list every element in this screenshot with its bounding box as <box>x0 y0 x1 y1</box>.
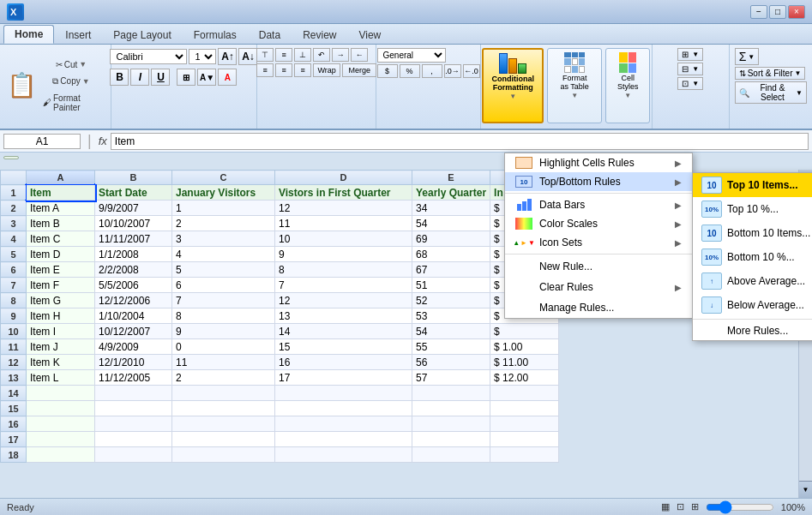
cell-r12-c5[interactable]: $ 11.00 <box>490 355 559 370</box>
cell-r15-c3[interactable] <box>275 401 412 416</box>
menu-item-iconsets[interactable]: ▲►▼ Icon Sets ▶ <box>505 233 692 252</box>
align-middle-button[interactable]: ≡ <box>275 48 292 62</box>
cell-r1-c4[interactable]: Yearly Quarter <box>412 185 490 201</box>
menu-item-newrule[interactable]: New Rule... <box>505 256 692 277</box>
cell-r10-c4[interactable]: 54 <box>412 324 490 339</box>
submenu-bottom10pct[interactable]: 10% Bottom 10 %... <box>693 245 812 269</box>
col-header-a[interactable]: A <box>27 171 95 185</box>
cell-r16-c1[interactable] <box>95 416 172 432</box>
cell-r7-c0[interactable]: Item F <box>27 278 95 293</box>
cell-r17-c2[interactable] <box>172 432 275 447</box>
cell-r6-c0[interactable]: Item E <box>27 262 95 278</box>
indent-increase-button[interactable]: → <box>332 48 349 62</box>
format-as-table-button[interactable]: Formatas Table ▼ <box>547 48 602 123</box>
tab-review[interactable]: Review <box>292 26 347 44</box>
cell-r2-c3[interactable]: 12 <box>275 201 412 216</box>
align-right-button[interactable]: ≡ <box>294 63 311 77</box>
cell-r9-c3[interactable]: 13 <box>275 308 412 324</box>
cell-r10-c0[interactable]: Item I <box>27 324 95 339</box>
maximize-button[interactable]: □ <box>769 5 786 19</box>
cell-r16-c0[interactable] <box>27 416 95 432</box>
sort-dropdown[interactable]: ▼ <box>794 69 801 77</box>
submenu-above-average[interactable]: ↑ Above Average... <box>693 269 812 293</box>
cell-r9-c1[interactable]: 1/10/2004 <box>95 308 172 324</box>
cell-r16-c5[interactable] <box>490 416 559 432</box>
cell-r1-c1[interactable]: Start Date <box>95 185 172 201</box>
cell-r5-c3[interactable]: 9 <box>275 247 412 262</box>
cell-r15-c1[interactable] <box>95 401 172 416</box>
sort-filter-button[interactable]: ⇅ Sort & Filter ▼ <box>735 67 806 80</box>
cf-dropdown[interactable]: ▼ <box>509 93 516 100</box>
cell-r15-c0[interactable] <box>27 401 95 416</box>
cell-r12-c3[interactable]: 16 <box>275 355 412 370</box>
cell-r5-c4[interactable]: 68 <box>412 247 490 262</box>
text-direction-button[interactable]: ↶ <box>313 48 330 62</box>
merge-button[interactable]: Merge <box>342 63 376 77</box>
align-center-button[interactable]: ≡ <box>275 63 292 77</box>
cell-r7-c1[interactable]: 5/5/2006 <box>95 278 172 293</box>
cell-r14-c3[interactable] <box>275 386 412 401</box>
cut-dropdown[interactable]: ▼ <box>79 60 87 69</box>
cell-r6-c3[interactable]: 8 <box>275 262 412 278</box>
view-layout-icon[interactable]: ⊡ <box>677 501 684 512</box>
col-header-b[interactable]: B <box>95 171 172 185</box>
cs-dropdown[interactable]: ▼ <box>624 92 631 99</box>
cell-r14-c5[interactable] <box>490 386 559 401</box>
indent-decrease-button[interactable]: ← <box>351 48 368 62</box>
cell-styles-button[interactable]: CellStyles ▼ <box>605 48 650 123</box>
font-size-select[interactable]: 11 <box>189 49 216 64</box>
cell-r13-c2[interactable]: 2 <box>172 370 275 386</box>
tab-formulas[interactable]: Formulas <box>183 26 248 44</box>
cell-r8-c2[interactable]: 7 <box>172 293 275 308</box>
cell-r9-c2[interactable]: 8 <box>172 308 275 324</box>
cell-r8-c1[interactable]: 12/12/2006 <box>95 293 172 308</box>
cell-r14-c0[interactable] <box>27 386 95 401</box>
cell-r15-c2[interactable] <box>172 401 275 416</box>
cell-r10-c3[interactable]: 14 <box>275 324 412 339</box>
find-select-button[interactable]: 🔍 Find & Select ▼ <box>735 81 807 104</box>
cell-r16-c4[interactable] <box>412 416 490 432</box>
cell-r10-c5[interactable]: $ <box>490 324 559 339</box>
cell-r16-c3[interactable] <box>275 416 412 432</box>
cell-r15-c4[interactable] <box>412 401 490 416</box>
tab-page-layout[interactable]: Page Layout <box>102 26 182 44</box>
col-header-d[interactable]: D <box>275 171 412 185</box>
cell-r11-c2[interactable]: 0 <box>172 339 275 355</box>
menu-item-managerules[interactable]: Manage Rules... <box>505 297 692 318</box>
cell-r13-c3[interactable]: 17 <box>275 370 412 386</box>
conditional-formatting-button[interactable]: ConditionalFormatting ▼ <box>482 48 544 123</box>
cell-r17-c0[interactable] <box>27 432 95 447</box>
cell-r13-c1[interactable]: 11/12/2005 <box>95 370 172 386</box>
cut-button[interactable]: ✂Cut ▼ <box>39 57 104 72</box>
cell-r2-c0[interactable]: Item A <box>27 201 95 216</box>
view-pagebreak-icon[interactable]: ⊞ <box>691 501 699 512</box>
cell-r7-c2[interactable]: 6 <box>172 278 275 293</box>
format-painter-button[interactable]: 🖌Format Painter <box>39 91 104 115</box>
cell-r10-c2[interactable]: 9 <box>172 324 275 339</box>
align-left-button[interactable]: ≡ <box>256 63 274 77</box>
cell-r3-c3[interactable]: 11 <box>275 216 412 231</box>
cell-r9-c4[interactable]: 53 <box>412 308 490 324</box>
cell-r11-c5[interactable]: $ 1.00 <box>490 339 559 355</box>
submenu-bottom10items[interactable]: 10 Bottom 10 Items... <box>693 221 812 245</box>
delete-button[interactable]: ⊟ ▼ <box>677 63 703 75</box>
cell-r3-c0[interactable]: Item B <box>27 216 95 231</box>
number-format-select[interactable]: General <box>377 48 446 63</box>
cell-r13-c0[interactable]: Item L <box>27 370 95 386</box>
minimize-button[interactable]: − <box>750 5 767 19</box>
submenu-more-rules[interactable]: More Rules... <box>693 321 812 340</box>
cell-r3-c4[interactable]: 54 <box>412 216 490 231</box>
align-top-button[interactable]: ⊤ <box>256 48 274 62</box>
cell-r4-c1[interactable]: 11/11/2007 <box>95 231 172 247</box>
col-header-c[interactable]: C <box>172 171 275 185</box>
cell-r12-c4[interactable]: 56 <box>412 355 490 370</box>
percent-button[interactable]: % <box>400 64 420 78</box>
bold-button[interactable]: B <box>110 69 129 86</box>
copy-button[interactable]: ⧉Copy ▼ <box>39 74 104 89</box>
cell-r8-c3[interactable]: 12 <box>275 293 412 308</box>
cell-r7-c4[interactable]: 51 <box>412 278 490 293</box>
underline-button[interactable]: U <box>151 69 170 86</box>
zoom-slider[interactable] <box>706 500 774 514</box>
autosum-button[interactable]: Σ ▼ <box>735 48 760 65</box>
cell-r6-c1[interactable]: 2/2/2008 <box>95 262 172 278</box>
